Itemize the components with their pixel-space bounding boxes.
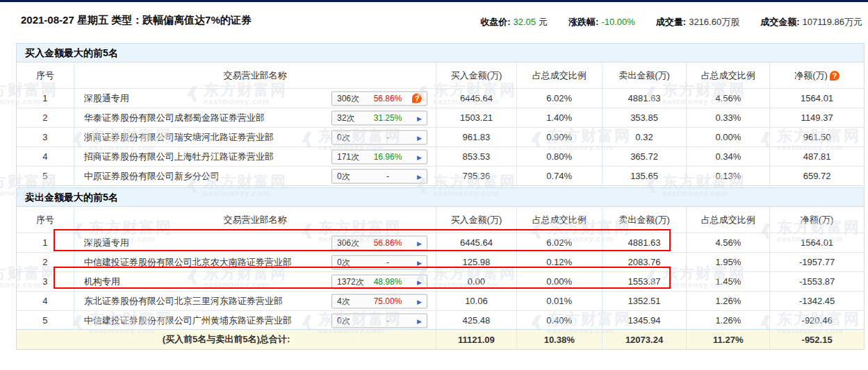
net-amount: 1564.01 xyxy=(769,233,864,252)
branch-name-link[interactable]: 东北证券股份有限公司北京三里河东路证券营业部 xyxy=(84,295,283,308)
net-amount: 1149.37 xyxy=(769,108,864,127)
branch-name-cell: 浙商证券股份有限公司瑞安塘河北路证券营业部 0次 - xyxy=(74,128,436,146)
lhb-history-badge[interactable]: 32次 31.25% xyxy=(331,110,427,125)
col-sell-amount: 卖出金额(万) xyxy=(602,62,687,88)
buy-top5-table: 买入金额最大的前5名 序号 交易营业部名称 买入金额(万) 占总成交比例 卖出金… xyxy=(16,43,865,186)
lhb-history-badge[interactable]: 0次 - xyxy=(331,169,427,183)
row-index: 2 xyxy=(17,253,74,271)
appearance-count: 4次 xyxy=(337,295,365,307)
buy-amount: 795.36 xyxy=(436,167,516,185)
col-sell-ratio: 占总成交比例 xyxy=(686,62,769,88)
branch-name-link[interactable]: 华泰证券股份有限公司成都蜀金路证券营业部 xyxy=(84,112,265,124)
appearance-count: 306次 xyxy=(337,92,365,104)
lhb-history-badge[interactable]: 306次 56.86% xyxy=(331,235,427,250)
lhb-history-badge[interactable]: 306次 56.86% xyxy=(331,91,427,106)
branch-name-link[interactable]: 招商证券股份有限公司上海牡丹江路证券营业部 xyxy=(84,151,274,163)
stat-value: 107119.86万元 xyxy=(803,16,863,28)
sell-table-header-row: 序号 交易营业部名称 买入金额(万) 占总成交比例 卖出金额(万) 占总成交比例… xyxy=(17,207,864,233)
col-buy-amount: 买入金额(万) xyxy=(436,62,516,88)
lhb-history-badge[interactable]: 0次 - xyxy=(331,255,427,269)
branch-name-cell: 东北证券股份有限公司北京三里河东路证券营业部 4次 75.00% xyxy=(74,292,436,310)
buy-table-header-row: 序号 交易营业部名称 买入金额(万) 占总成交比例 卖出金额(万) 占总成交比例… xyxy=(17,62,864,88)
branch-name-link[interactable]: 中信建投证券股份有限公司广州黄埔东路证券营业部 xyxy=(84,314,292,327)
lhb-history-badge[interactable]: 0次 - xyxy=(331,313,427,328)
col-branch-name: 交易营业部名称 xyxy=(74,62,436,88)
sell-ratio: 1.45% xyxy=(686,272,769,291)
net-amount: 659.72 xyxy=(769,167,864,185)
branch-name-link[interactable]: 浙商证券股份有限公司瑞安塘河北路证券营业部 xyxy=(84,131,274,144)
sell-ratio: 0.00% xyxy=(686,128,769,146)
branch-name-link[interactable]: 深股通专用 xyxy=(84,237,129,249)
row-index: 1 xyxy=(17,233,74,252)
net-help-icon[interactable] xyxy=(830,71,840,81)
branch-name-link[interactable]: 中原证券股份有限公司新乡分公司 xyxy=(84,170,220,183)
total-row: (买入前5名与卖出前5名)总合计: 11121.09 10.38% 12073.… xyxy=(16,329,865,350)
appearance-count: 0次 xyxy=(337,256,365,268)
total-buy-ratio: 10.38% xyxy=(516,330,602,349)
table-row: 3 浙商证券股份有限公司瑞安塘河北路证券营业部 0次 - 961.83 0.90… xyxy=(17,127,864,146)
stat-label: 成交量: xyxy=(656,16,686,28)
row-index: 2 xyxy=(17,108,74,127)
branch-name-link[interactable]: 深股通专用 xyxy=(84,92,129,105)
table-row: 5 中信建投证券股份有限公司广州黄埔东路证券营业部 0次 - 425.48 0.… xyxy=(17,310,864,330)
stat-close-price: 收盘价: 32.05 元 xyxy=(480,16,548,28)
total-buy-amount: 11121.09 xyxy=(436,330,516,349)
buy-amount: 853.53 xyxy=(436,147,516,166)
buy-ratio: 0.01% xyxy=(516,292,602,310)
stat-label: 收盘价: xyxy=(480,16,510,28)
appearance-count: 0次 xyxy=(337,131,365,143)
lhb-history-badge[interactable]: 171次 16.96% xyxy=(331,149,427,164)
win-rate: 56.86% xyxy=(365,238,411,248)
row-index: 1 xyxy=(17,89,74,108)
table-row: 5 中原证券股份有限公司新乡分公司 0次 - 795.36 0.74% 135.… xyxy=(17,166,864,185)
buy-ratio: 0.74% xyxy=(516,167,602,185)
stat-value: 3216.60万股 xyxy=(689,16,739,28)
lhb-history-badge[interactable]: 0次 - xyxy=(331,130,427,144)
lhb-history-badge[interactable]: 1372次 48.98% xyxy=(331,274,427,289)
buy-ratio: 0.80% xyxy=(516,147,602,166)
row-index: 4 xyxy=(17,147,74,166)
buy-ratio: 1.40% xyxy=(516,108,602,127)
buy-ratio: 0.12% xyxy=(516,253,602,271)
buy-amount: 961.83 xyxy=(436,128,516,146)
sell-ratio: 0.34% xyxy=(686,147,769,166)
appearance-count: 171次 xyxy=(337,151,365,162)
badge-action-icon xyxy=(411,114,422,122)
win-rate: - xyxy=(365,171,411,181)
badge-action-icon xyxy=(411,317,422,325)
branch-name-cell: 招商证券股份有限公司上海牡丹江路证券营业部 171次 16.96% xyxy=(74,147,436,166)
buy-ratio: 6.02% xyxy=(516,89,602,108)
sell-amount: 4881.63 xyxy=(602,233,687,252)
col-index: 序号 xyxy=(17,62,74,88)
buy-amount: 0.00 xyxy=(436,272,516,291)
buy-ratio: 6.02% xyxy=(516,233,602,252)
win-rate: - xyxy=(365,316,411,326)
col-index: 序号 xyxy=(17,207,74,233)
sell-amount: 0.32 xyxy=(602,128,687,146)
sell-top5-table: 卖出金额最大的前5名 序号 交易营业部名称 买入金额(万) 占总成交比例 卖出金… xyxy=(16,187,865,330)
stat-label: 成交金额: xyxy=(760,16,799,28)
stat-volume: 成交量: 3216.60万股 xyxy=(656,16,739,28)
branch-name-link[interactable]: 中信建投证券股份有限公司北京农大南路证券营业部 xyxy=(84,256,292,269)
branch-name-cell: 华泰证券股份有限公司成都蜀金路证券营业部 32次 31.25% xyxy=(74,108,436,127)
buy-amount: 10.06 xyxy=(436,292,516,310)
buy-amount: 125.98 xyxy=(436,253,516,271)
buy-amount: 6445.64 xyxy=(436,233,516,252)
branch-name-link[interactable]: 机构专用 xyxy=(84,276,120,288)
sell-amount: 365.72 xyxy=(602,147,687,166)
row-index: 5 xyxy=(17,311,74,330)
sell-ratio: 1.26% xyxy=(686,311,769,330)
table-row: 1 深股通专用 306次 56.86% 6445.64 6.02% 4881.6… xyxy=(17,233,864,252)
sell-ratio: 4.56% xyxy=(686,89,769,108)
lhb-history-badge[interactable]: 4次 75.00% xyxy=(331,294,427,308)
col-buy-ratio: 占总成交比例 xyxy=(516,207,602,233)
badge-action-icon xyxy=(411,297,422,305)
col-buy-ratio: 占总成交比例 xyxy=(516,62,602,88)
stat-change-pct: 涨跌幅: -10.00% xyxy=(568,16,635,28)
col-net-amount: 净额(万) xyxy=(769,62,864,88)
sell-amount: 135.65 xyxy=(602,167,687,185)
branch-name-cell: 深股通专用 306次 56.86% xyxy=(74,89,436,108)
sell-ratio: 0.13% xyxy=(686,167,769,185)
win-rate: - xyxy=(365,258,411,267)
net-amount: -1553.87 xyxy=(769,272,864,291)
